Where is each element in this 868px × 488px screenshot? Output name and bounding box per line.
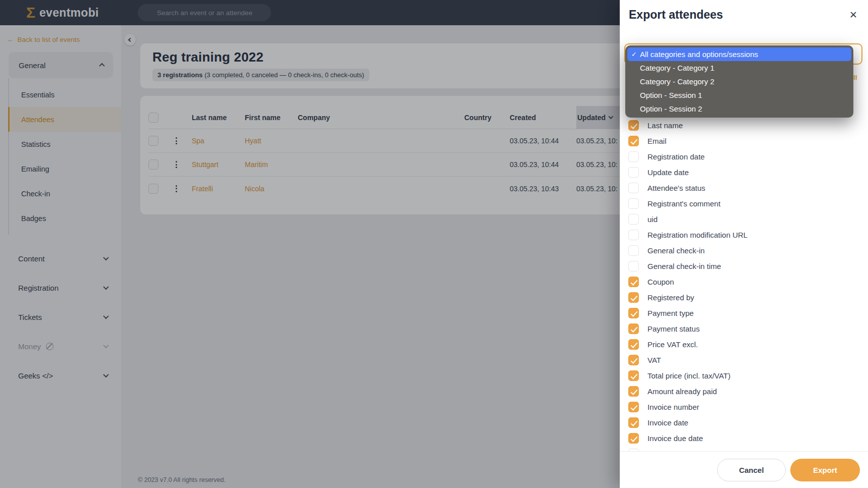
close-panel-button[interactable]: ✕ bbox=[846, 7, 861, 22]
dropdown-option-category-category-1[interactable]: Category - Category 1 bbox=[627, 61, 851, 75]
field-label: Registration date bbox=[647, 152, 704, 161]
close-icon: ✕ bbox=[849, 9, 857, 21]
field-checkbox[interactable] bbox=[628, 277, 639, 287]
field-label: General check-in bbox=[647, 246, 704, 255]
field-checkbox[interactable] bbox=[628, 198, 639, 209]
field-checkbox[interactable] bbox=[628, 402, 639, 412]
export-field-row: Update date bbox=[628, 165, 868, 180]
category-dropdown-menu: ✓All categories and options/sessionsCate… bbox=[625, 45, 853, 118]
dropdown-option-label: Category - Category 1 bbox=[640, 64, 715, 72]
field-label: Registered by bbox=[647, 293, 694, 302]
export-field-row: uid bbox=[628, 211, 868, 227]
field-checkbox[interactable] bbox=[628, 167, 639, 178]
export-field-row: Last name bbox=[628, 118, 868, 133]
field-checkbox[interactable] bbox=[628, 230, 639, 240]
field-label: Invoice due date bbox=[647, 434, 703, 443]
export-field-row: Payment status bbox=[628, 321, 868, 337]
export-field-row: Coupon bbox=[628, 274, 868, 290]
field-checkbox[interactable] bbox=[628, 339, 639, 350]
unselect-all-link-remnant[interactable]: ll bbox=[853, 74, 857, 81]
field-checkbox[interactable] bbox=[628, 136, 639, 146]
field-checkbox[interactable] bbox=[628, 417, 639, 428]
export-field-row: Email bbox=[628, 133, 868, 149]
field-checkbox[interactable] bbox=[628, 261, 639, 272]
field-checkbox[interactable] bbox=[628, 245, 639, 256]
field-label: General check-in time bbox=[647, 262, 721, 270]
field-checkbox[interactable] bbox=[628, 214, 639, 225]
field-checkbox[interactable] bbox=[628, 292, 639, 303]
dropdown-option-all-categories-and-options-sessions[interactable]: ✓All categories and options/sessions bbox=[627, 47, 851, 61]
export-button[interactable]: Export bbox=[790, 459, 860, 481]
export-field-row bbox=[628, 446, 868, 451]
field-checkbox[interactable] bbox=[628, 120, 639, 131]
field-label: Registrant's comment bbox=[647, 199, 721, 208]
panel-footer: Cancel Export bbox=[620, 451, 868, 488]
field-checkbox[interactable] bbox=[628, 370, 639, 381]
field-label: uid bbox=[647, 215, 658, 224]
export-field-row: VAT bbox=[628, 352, 868, 368]
export-field-row: Registration date bbox=[628, 149, 868, 165]
field-label: VAT bbox=[647, 356, 661, 364]
export-fields-list: Last nameEmailRegistration dateUpdate da… bbox=[620, 118, 868, 451]
export-field-row: Invoice due date bbox=[628, 430, 868, 446]
dropdown-option-label: Option - Session 2 bbox=[640, 104, 702, 113]
field-label: Invoice date bbox=[647, 418, 688, 427]
export-field-row: Invoice number bbox=[628, 399, 868, 415]
panel-title: Export attendees bbox=[629, 8, 723, 22]
field-label: Attendee's status bbox=[647, 184, 706, 192]
field-label: Payment type bbox=[647, 309, 694, 317]
field-checkbox[interactable] bbox=[628, 183, 639, 193]
dropdown-option-category-category-2[interactable]: Category - Category 2 bbox=[627, 75, 851, 88]
export-field-row: Registrant's comment bbox=[628, 196, 868, 211]
export-field-row: Attendee's status bbox=[628, 180, 868, 196]
export-field-row: Registered by bbox=[628, 290, 868, 305]
export-field-row: Price VAT excl. bbox=[628, 337, 868, 352]
field-label: Amount already paid bbox=[647, 387, 717, 396]
dropdown-option-label: Category - Category 2 bbox=[640, 77, 715, 86]
dropdown-option-option-session-2[interactable]: Option - Session 2 bbox=[627, 102, 851, 116]
export-field-row: Invoice date bbox=[628, 415, 868, 430]
field-label: Update date bbox=[647, 168, 689, 177]
dropdown-option-label: Option - Session 1 bbox=[640, 91, 702, 99]
export-field-row: Amount already paid bbox=[628, 384, 868, 399]
checkmark-icon: ✓ bbox=[631, 50, 640, 58]
field-checkbox[interactable] bbox=[628, 323, 639, 334]
field-label: Payment status bbox=[647, 324, 699, 333]
field-label: Total price (incl. tax/VAT) bbox=[647, 371, 731, 380]
dropdown-option-label: All categories and options/sessions bbox=[640, 50, 758, 59]
field-label: Coupon bbox=[647, 278, 674, 286]
field-checkbox[interactable] bbox=[628, 355, 639, 365]
export-field-row: Payment type bbox=[628, 305, 868, 321]
export-field-row: Registration modification URL bbox=[628, 227, 868, 243]
field-label: Price VAT excl. bbox=[647, 340, 698, 349]
dropdown-option-option-session-1[interactable]: Option - Session 1 bbox=[627, 88, 851, 102]
field-checkbox[interactable] bbox=[628, 151, 639, 162]
field-label: Email bbox=[647, 137, 667, 145]
export-field-row: General check-in bbox=[628, 243, 868, 258]
export-field-row: Total price (incl. tax/VAT) bbox=[628, 368, 868, 384]
export-field-row: General check-in time bbox=[628, 258, 868, 274]
field-label: Registration modification URL bbox=[647, 231, 747, 239]
field-checkbox[interactable] bbox=[628, 386, 639, 397]
field-checkbox[interactable] bbox=[628, 433, 639, 444]
field-label: Invoice number bbox=[647, 403, 699, 411]
field-label: Last name bbox=[647, 121, 683, 130]
cancel-button[interactable]: Cancel bbox=[717, 459, 786, 481]
export-attendees-panel: Export attendees ✕ ✓All categories and o… bbox=[620, 0, 868, 488]
field-checkbox[interactable] bbox=[628, 308, 639, 318]
